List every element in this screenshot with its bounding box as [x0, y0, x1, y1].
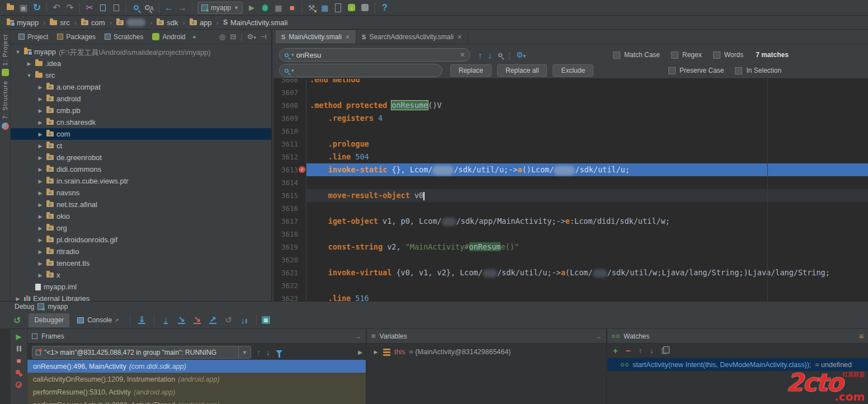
tree-item-cn-sharesdk[interactable]: ▶cn.sharesdk: [11, 116, 271, 128]
thread-dropdown-chevron-icon[interactable]: ▼: [238, 346, 247, 358]
tree-item-de-greenrobot[interactable]: ▶de.greenrobot: [11, 152, 271, 163]
breadcrumb-item-src[interactable]: src: [48, 18, 72, 27]
tree-collapsed-arrow-icon[interactable]: ▶: [26, 61, 32, 67]
view-tab-project[interactable]: Project: [14, 31, 53, 43]
hide-library-frames-icon[interactable]: [276, 350, 282, 354]
copy-watch-icon[interactable]: [662, 347, 667, 354]
code-line-3620[interactable]: 3620: [273, 253, 868, 266]
editor-tab-mainactivity-smali[interactable]: SMainActivity.smali✕: [276, 30, 356, 44]
code-line-3606[interactable]: 3606.end method: [273, 79, 868, 86]
tree-collapsed-arrow-icon[interactable]: ▶: [15, 296, 21, 302]
tool-window-structure-button[interactable]: 7: Structure: [2, 81, 8, 119]
android-monitor-icon[interactable]: [2, 69, 9, 76]
tree-collapsed-arrow-icon[interactable]: ▶: [37, 178, 44, 184]
code-line-3619[interactable]: 3619 const-string v2, "MainActivity#onRe…: [273, 241, 868, 253]
tree-item-a-one-compat[interactable]: ▶a.one.compat: [11, 81, 271, 93]
button-replace-all[interactable]: Replace all: [497, 64, 547, 77]
move-watch-down-icon[interactable]: ↓: [650, 346, 654, 355]
tabs-overflow-chevron-icon[interactable]: ▸: [191, 34, 199, 40]
step-into-icon[interactable]: ↘: [175, 314, 188, 326]
coverage-icon[interactable]: [272, 2, 285, 14]
tree-expanded-arrow-icon[interactable]: ▼: [26, 73, 32, 78]
wrench-icon[interactable]: [305, 2, 318, 14]
tree-expanded-arrow-icon[interactable]: ▼: [15, 49, 21, 55]
tree-item-org[interactable]: ▶org: [11, 222, 271, 234]
hide-panel-icon[interactable]: ⊣: [261, 32, 267, 41]
tree-item-src[interactable]: ▼src: [11, 69, 271, 81]
code-line-3612[interactable]: 3612 .line 504: [273, 151, 868, 163]
code-line-3613[interactable]: 3613✓ invoke-static {}, Lcom//sdk/util/u…: [273, 163, 868, 176]
show-execution-point-icon[interactable]: ⇓: [135, 314, 149, 326]
stack-frame[interactable]: performResume():5310, Activity (android.…: [27, 386, 366, 398]
copy-icon[interactable]: [96, 2, 110, 14]
button-exclude[interactable]: Exclude: [553, 64, 593, 77]
tree-item-com[interactable]: ▶com: [11, 128, 271, 140]
code-line-3608[interactable]: 3608.method protected onResume()V: [273, 99, 868, 112]
replace-icon[interactable]: ᴀ: [143, 2, 156, 14]
tree-collapsed-arrow-icon[interactable]: ▶: [37, 261, 44, 266]
checkbox-match-case[interactable]: Match Case: [613, 51, 660, 59]
next-occurrence-icon[interactable]: ↓: [488, 50, 493, 60]
variable-row-this[interactable]: ▶ this = {MainActivity@831429865464}: [367, 344, 606, 356]
tree-item-tencent-tls[interactable]: ▶tencent.tls: [11, 257, 271, 269]
collapse-all-icon[interactable]: ⊟: [230, 32, 236, 41]
view-tab-packages[interactable]: Packages: [53, 31, 100, 43]
close-tab-icon[interactable]: ✕: [345, 34, 350, 41]
breadcrumb-item-myapp[interactable]: myapp: [4, 18, 41, 27]
run-to-cursor-icon[interactable]: ↓ı: [238, 314, 251, 326]
code-editor[interactable]: 3606.end method36073608.method protected…: [273, 79, 868, 301]
sdk-icon[interactable]: ↓: [345, 2, 358, 14]
tree-item-didi-commons[interactable]: ▶didi.commons: [11, 163, 271, 175]
tree-item--idea[interactable]: ▶.idea: [11, 58, 271, 69]
rerun-icon[interactable]: ↺: [13, 315, 21, 326]
help-icon[interactable]: [378, 2, 391, 14]
device-icon[interactable]: [332, 2, 345, 14]
pause-program-icon[interactable]: [17, 346, 21, 351]
frames-expand-icon[interactable]: ▶: [358, 349, 362, 355]
tree-item-x[interactable]: ▶x: [11, 269, 271, 281]
tree-collapsed-arrow-icon[interactable]: ▶: [37, 84, 44, 90]
tree-collapsed-arrow-icon[interactable]: ▶: [37, 226, 44, 231]
find-icon[interactable]: [129, 2, 143, 14]
panel-menu-icon[interactable]: ≡: [859, 332, 864, 341]
move-watch-up-icon[interactable]: ↑: [639, 346, 643, 355]
tree-collapsed-arrow-icon[interactable]: ▶: [37, 202, 44, 208]
tree-item-external-libraries[interactable]: ▶External Libraries: [11, 293, 271, 301]
tree-item-in-srain-cube-views-ptr[interactable]: ▶in.srain.cube.views.ptr: [11, 175, 271, 187]
code-line-3617[interactable]: 3617 iget-object v1, p0, Lcom//sdk/app/M…: [273, 215, 868, 228]
bug-icon[interactable]: [258, 2, 272, 14]
stack-frame[interactable]: onResume():496, MainActivity (com.didi.s…: [27, 360, 366, 373]
redo-icon[interactable]: [63, 2, 77, 14]
code-line-3609[interactable]: 3609 .registers 4: [273, 112, 868, 125]
code-line-3618[interactable]: 3618: [273, 228, 868, 241]
view-tab-android[interactable]: Android: [148, 31, 190, 43]
find-all-icon[interactable]: [498, 53, 502, 57]
editor-tab-searchaddressactivity-smali[interactable]: SSearchAddressActivity.smali✕: [356, 30, 468, 44]
breadcrumb-item-com[interactable]: com: [79, 18, 107, 27]
resume-program-icon[interactable]: ▶: [16, 332, 22, 341]
checkbox-in-selection[interactable]: In Selection: [735, 67, 781, 74]
frame-down-icon[interactable]: ↓: [266, 348, 270, 357]
breadcrumb-item-sdk[interactable]: sdk: [154, 18, 180, 27]
button-replace[interactable]: Replace: [450, 64, 492, 77]
tree-collapsed-arrow-icon[interactable]: ▶: [37, 96, 44, 102]
search-icon[interactable]: [285, 53, 289, 57]
tree-item-android[interactable]: ▶android: [11, 93, 271, 105]
checkbox-preserve-case[interactable]: Preserve Case: [668, 67, 724, 74]
stop-icon[interactable]: ■: [17, 356, 21, 365]
open-folder-icon[interactable]: [3, 2, 17, 14]
force-step-into-icon[interactable]: ↘: [191, 314, 204, 326]
code-line-3623[interactable]: 3623 .line 516: [273, 292, 868, 301]
tree-collapsed-arrow-icon[interactable]: ▶: [37, 155, 44, 161]
cut-icon[interactable]: [83, 2, 96, 14]
float-panel-icon[interactable]: →: [355, 333, 361, 340]
tree-item-rttradio[interactable]: ▶rttradio: [11, 246, 271, 257]
tree-item-cmb-pb[interactable]: ▶cmb.pb: [11, 105, 271, 116]
code-line-3615[interactable]: 3615 move-result-object v0: [273, 189, 868, 202]
close-tab-icon[interactable]: ✕: [457, 34, 462, 41]
code-line-3614[interactable]: 3614: [273, 176, 868, 189]
tree-collapsed-arrow-icon[interactable]: ▶: [37, 190, 44, 196]
stack-frame[interactable]: callActivityOnResume():1209, Instrumenta…: [27, 373, 366, 386]
tree-item-ct[interactable]: ▶ct: [11, 140, 271, 152]
code-line-3621[interactable]: 3621 invoke-virtual {v0, v1, v2}, Lcom//…: [273, 266, 868, 279]
